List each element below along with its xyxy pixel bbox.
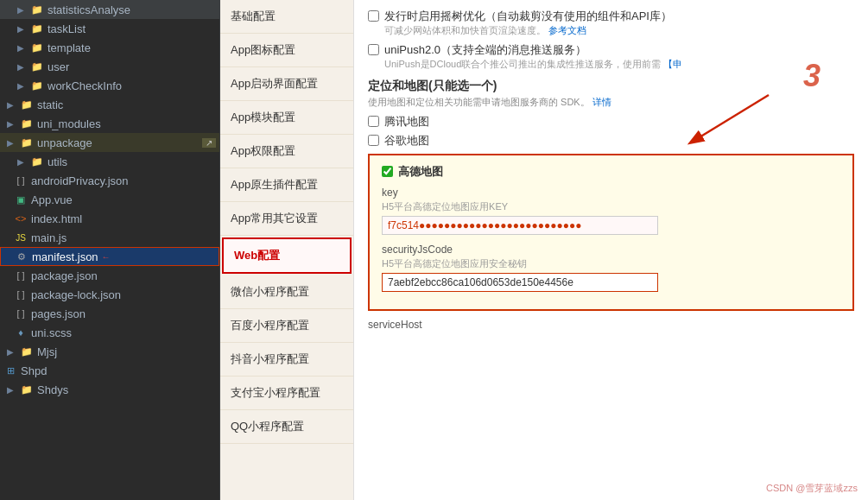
gaode-security-hint: H5平台高德定位地图应用安全秘钥 — [382, 257, 840, 270]
tree-item-workCheckInfo[interactable]: ▶ 📁 workCheckInfo — [0, 76, 219, 95]
config-app-module[interactable]: App模块配置 — [220, 101, 353, 135]
folder-icon: 📁 — [30, 22, 44, 35]
config-qq[interactable]: QQ小程序配置 — [220, 410, 353, 444]
tree-item-statisticsAnalyse[interactable]: ▶ 📁 statisticsAnalyse — [0, 0, 219, 19]
tree-item-unpackage[interactable]: ▶ 📁 unpackage ↗ — [0, 133, 219, 152]
google-map-option: 谷歌地图 — [368, 133, 854, 149]
config-app-other[interactable]: App常用其它设置 — [220, 202, 353, 236]
gaode-map-box: 高德地图 key H5平台高德定位地图应用KEY securityJsCode … — [368, 154, 854, 311]
config-weixin[interactable]: 微信小程序配置 — [220, 275, 353, 309]
map-section: 定位和地图(只能选一个) 使用地图和定位相关功能需申请地图服务商的 SDK。 详… — [368, 79, 854, 311]
tree-item-package-lock-json[interactable]: [ ] package-lock.json — [0, 285, 219, 304]
map-section-title: 定位和地图(只能选一个) — [368, 79, 854, 94]
gaode-key-group: key H5平台高德定位地图应用KEY — [382, 187, 840, 235]
tree-item-index-html[interactable]: <> index.html — [0, 209, 219, 228]
gaode-key-hint: H5平台高德定位地图应用KEY — [382, 200, 840, 213]
config-baidu[interactable]: 百度小程序配置 — [220, 309, 353, 343]
gaode-key-input[interactable] — [382, 216, 658, 235]
shake-tree-row: 发行时启用摇树优化（自动裁剪没有使用的组件和API库） 可减少网站体积和加快首页… — [368, 9, 854, 37]
tree-item-package-json[interactable]: [ ] package.json — [0, 266, 219, 285]
tree-item-static[interactable]: ▶ 📁 static — [0, 95, 219, 114]
config-app-plugin[interactable]: App原生插件配置 — [220, 168, 353, 202]
folder-icon: 📁 — [30, 41, 44, 54]
arrow-icon: ▶ — [14, 60, 28, 73]
tree-item-main-js[interactable]: JS main.js — [0, 228, 219, 247]
google-map-label: 谷歌地图 — [384, 133, 429, 149]
folder-icon: 📁 — [30, 155, 44, 168]
google-map-checkbox[interactable] — [368, 135, 379, 146]
config-web[interactable]: Web配置 — [222, 237, 352, 274]
service-host-label: serviceHost — [368, 319, 422, 331]
tencent-map-checkbox[interactable] — [368, 116, 379, 127]
folder-icon: 📁 — [20, 98, 34, 111]
config-menu: 基础配置 App图标配置 App启动界面配置 App模块配置 App权限配置 A… — [220, 0, 354, 500]
tencent-map-option: 腾讯地图 — [368, 114, 854, 130]
tree-item-uni_modules[interactable]: ▶ 📁 uni_modules — [0, 114, 219, 133]
file-bracket-icon: [ ] — [14, 269, 28, 282]
tree-item-Shpd[interactable]: ⊞ Shpd — [0, 361, 219, 380]
map-detail-link[interactable]: 详情 — [592, 97, 611, 107]
special-folder-icon: ⊞ — [3, 364, 17, 377]
tree-item-taskList[interactable]: ▶ 📁 taskList — [0, 19, 219, 38]
tree-item-androidPrivacy[interactable]: [ ] androidPrivacy.json — [0, 171, 219, 190]
folder-icon: 📁 — [30, 60, 44, 73]
unipush-desc: UniPush是DCloud联合个推公司推出的集成性推送服务，使用前需 【申 — [384, 58, 682, 71]
config-alipay[interactable]: 支付宝小程序配置 — [220, 377, 353, 410]
file-bracket-icon: [ ] — [14, 174, 28, 187]
folder-icon: 📁 — [20, 345, 34, 358]
tree-item-manifest-json[interactable]: ⚙ manifest.json ← — [0, 247, 219, 266]
gaode-security-input[interactable] — [382, 273, 658, 292]
shake-tree-link[interactable]: 参考文档 — [548, 25, 586, 35]
arrow-icon: ▶ — [3, 117, 17, 130]
unipush-link[interactable]: 【申 — [663, 59, 682, 69]
file-bracket-icon: [ ] — [14, 307, 28, 320]
config-app-splash[interactable]: App启动界面配置 — [220, 67, 353, 101]
arrow-icon: ▶ — [14, 41, 28, 54]
arrow-icon: ▶ — [14, 22, 28, 35]
config-tiktok[interactable]: 抖音小程序配置 — [220, 343, 353, 377]
gaode-header: 高德地图 — [382, 164, 840, 180]
watermark-text: CSDN @雪芽蓝域zzs — [766, 482, 858, 495]
unipush-checkbox[interactable] — [368, 44, 379, 55]
gaode-map-checkbox[interactable] — [382, 166, 393, 177]
file-bracket-icon: [ ] — [14, 288, 28, 301]
arrow-icon: ▶ — [14, 79, 28, 92]
gaode-key-label: key — [382, 187, 840, 199]
config-app-icon[interactable]: App图标配置 — [220, 34, 353, 67]
unipush-label: uniPush2.0（支持全端的消息推送服务） — [384, 42, 682, 58]
arrow-icon: ▶ — [14, 3, 28, 16]
shake-tree-desc: 可减少网站体积和加快首页渲染速度。 参考文档 — [384, 24, 672, 37]
tree-item-template[interactable]: ▶ 📁 template — [0, 38, 219, 57]
tree-item-uni-scss[interactable]: ♦ uni.scss — [0, 323, 219, 342]
config-app-permission[interactable]: App权限配置 — [220, 135, 353, 168]
css-tilde-icon: ♦ — [14, 326, 28, 339]
tree-item-user[interactable]: ▶ 📁 user — [0, 57, 219, 76]
arrow-annotation: ← — [102, 252, 111, 262]
main-content: 发行时启用摇树优化（自动裁剪没有使用的组件和API库） 可减少网站体积和加快首页… — [354, 0, 868, 500]
arrow-icon: ▶ — [3, 383, 17, 396]
folder-icon: 📁 — [20, 117, 34, 130]
shake-tree-label: 发行时启用摇树优化（自动裁剪没有使用的组件和API库） — [384, 9, 672, 24]
shake-tree-checkbox[interactable] — [368, 10, 379, 22]
tree-item-Mjsj[interactable]: ▶ 📁 Mjsj — [0, 342, 219, 361]
gaode-map-title: 高德地图 — [398, 164, 443, 180]
tree-item-App-vue[interactable]: ▣ App.vue — [0, 190, 219, 209]
arrow-icon: ▶ — [3, 98, 17, 111]
tree-item-utils[interactable]: ▶ 📁 utils — [0, 152, 219, 171]
tencent-map-label: 腾讯地图 — [384, 114, 429, 130]
map-section-desc: 使用地图和定位相关功能需申请地图服务商的 SDK。 详情 — [368, 96, 854, 109]
file-tree: ▶ 📁 statisticsAnalyse ▶ 📁 taskList ▶ 📁 t… — [0, 0, 220, 500]
html-icon: <> — [14, 212, 28, 225]
tree-item-Shdys[interactable]: ▶ 📁 Shdys — [0, 380, 219, 399]
unpackage-badge: ↗ — [202, 138, 216, 148]
config-basic[interactable]: 基础配置 — [220, 0, 353, 34]
folder-icon: 📁 — [30, 3, 44, 16]
gaode-security-group: securityJsCode H5平台高德定位地图应用安全秘钥 — [382, 244, 840, 292]
arrow-icon: ▶ — [3, 136, 17, 149]
unipush-row: uniPush2.0（支持全端的消息推送服务） UniPush是DCloud联合… — [368, 42, 854, 71]
arrow-icon: ▶ — [3, 345, 17, 358]
folder-icon: 📁 — [30, 79, 44, 92]
folder-icon: 📁 — [20, 136, 34, 149]
tree-item-pages-json[interactable]: [ ] pages.json — [0, 304, 219, 323]
service-host-row: serviceHost CSDN @雪芽蓝域zzs — [368, 318, 854, 331]
